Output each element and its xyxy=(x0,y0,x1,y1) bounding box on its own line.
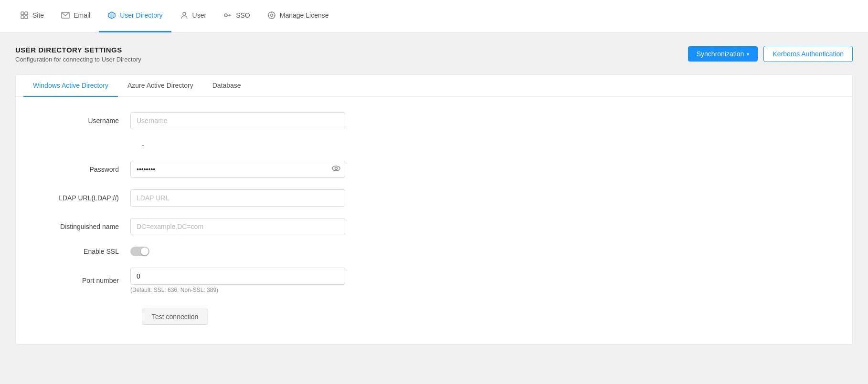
site-icon xyxy=(20,11,29,20)
top-navigation: Site Email User Directory User xyxy=(0,0,868,32)
username-dot: · xyxy=(142,140,144,150)
port-number-label: Port number xyxy=(35,277,130,284)
nav-item-user[interactable]: User xyxy=(171,0,215,32)
svg-rect-0 xyxy=(21,12,24,15)
enable-ssl-toggle[interactable] xyxy=(130,247,149,256)
nav-label-email: Email xyxy=(74,11,90,19)
header-actions: Synchronization ▾ Kerberos Authenticatio… xyxy=(688,46,853,62)
nav-item-sso[interactable]: SSO xyxy=(215,0,259,32)
test-connection-label: Test connection xyxy=(152,313,198,321)
nav-label-user: User xyxy=(192,11,207,19)
synchronization-button[interactable]: Synchronization ▾ xyxy=(688,46,758,62)
form-content: Username · Password xyxy=(16,97,852,344)
password-row: Password xyxy=(35,161,833,178)
port-number-section: (Default: SSL: 636, Non-SSL: 389) xyxy=(130,268,345,293)
manage-license-icon xyxy=(267,11,276,20)
port-number-hint: (Default: SSL: 636, Non-SSL: 389) xyxy=(130,287,345,293)
dropdown-arrow-icon: ▾ xyxy=(747,52,749,57)
svg-point-13 xyxy=(270,14,273,17)
enable-ssl-toggle-wrap xyxy=(130,247,149,256)
nav-item-site[interactable]: Site xyxy=(11,0,53,32)
synchronization-label: Synchronization xyxy=(697,50,744,58)
username-input[interactable] xyxy=(130,112,345,129)
svg-point-18 xyxy=(332,166,340,171)
username-row: Username xyxy=(35,112,833,129)
nav-item-email[interactable]: Email xyxy=(53,0,99,32)
tab-label-database: Database xyxy=(212,82,241,89)
nav-item-user-directory[interactable]: User Directory xyxy=(99,0,171,32)
tab-azure-active-directory[interactable]: Azure Active Directory xyxy=(118,75,203,97)
port-number-row: Port number (Default: SSL: 636, Non-SSL:… xyxy=(35,268,833,293)
email-icon xyxy=(61,11,70,20)
test-connection-button[interactable]: Test connection xyxy=(142,309,208,325)
ldap-url-input[interactable] xyxy=(130,189,345,207)
password-label: Password xyxy=(35,166,130,173)
svg-rect-1 xyxy=(25,12,28,15)
svg-rect-2 xyxy=(21,16,24,19)
ldap-url-label: LDAP URL(LDAP://) xyxy=(35,194,130,202)
sso-icon xyxy=(223,11,232,20)
tab-label-azure-ad: Azure Active Directory xyxy=(127,82,193,89)
user-directory-icon xyxy=(107,11,116,20)
user-icon xyxy=(180,11,189,20)
page-title: USER DIRECTORY SETTINGS xyxy=(15,46,141,54)
kerberos-label: Kerberos Authentication xyxy=(773,50,844,58)
tab-label-windows-ad: Windows Active Directory xyxy=(33,82,108,89)
enable-ssl-row: Enable SSL xyxy=(35,247,833,256)
settings-card: Windows Active Directory Azure Active Di… xyxy=(15,74,853,344)
tab-windows-active-directory[interactable]: Windows Active Directory xyxy=(23,75,118,97)
nav-label-manage-license: Manage License xyxy=(280,11,329,19)
kerberos-authentication-button[interactable]: Kerberos Authentication xyxy=(763,46,853,62)
toggle-knob xyxy=(141,248,148,255)
page-header: USER DIRECTORY SETTINGS Configuration fo… xyxy=(15,46,853,63)
nav-label-user-directory: User Directory xyxy=(120,11,162,19)
password-input-wrapper xyxy=(130,161,345,178)
distinguished-name-input[interactable] xyxy=(130,218,345,235)
page-title-section: USER DIRECTORY SETTINGS Configuration fo… xyxy=(15,46,141,63)
svg-rect-3 xyxy=(25,16,28,19)
distinguished-name-row: Distinguished name xyxy=(35,218,833,235)
svg-point-7 xyxy=(183,12,186,15)
svg-point-8 xyxy=(224,14,227,17)
svg-marker-6 xyxy=(110,13,114,18)
nav-label-sso: SSO xyxy=(236,11,250,19)
svg-point-12 xyxy=(268,12,275,19)
password-input[interactable] xyxy=(130,161,345,178)
username-label: Username xyxy=(35,117,130,125)
eye-icon[interactable] xyxy=(332,165,340,174)
nav-item-manage-license[interactable]: Manage License xyxy=(259,0,338,32)
tabs-header: Windows Active Directory Azure Active Di… xyxy=(16,75,852,97)
enable-ssl-label: Enable SSL xyxy=(35,248,130,255)
page-subtitle: Configuration for connecting to User Dir… xyxy=(15,56,141,63)
test-connection-section: Test connection xyxy=(35,305,833,325)
nav-label-site: Site xyxy=(32,11,44,19)
tab-database[interactable]: Database xyxy=(203,75,251,97)
svg-point-19 xyxy=(335,167,338,170)
distinguished-name-label: Distinguished name xyxy=(35,223,130,230)
port-number-input[interactable] xyxy=(130,268,345,285)
ldap-url-row: LDAP URL(LDAP://) xyxy=(35,189,833,207)
page-content: USER DIRECTORY SETTINGS Configuration fo… xyxy=(0,32,868,358)
